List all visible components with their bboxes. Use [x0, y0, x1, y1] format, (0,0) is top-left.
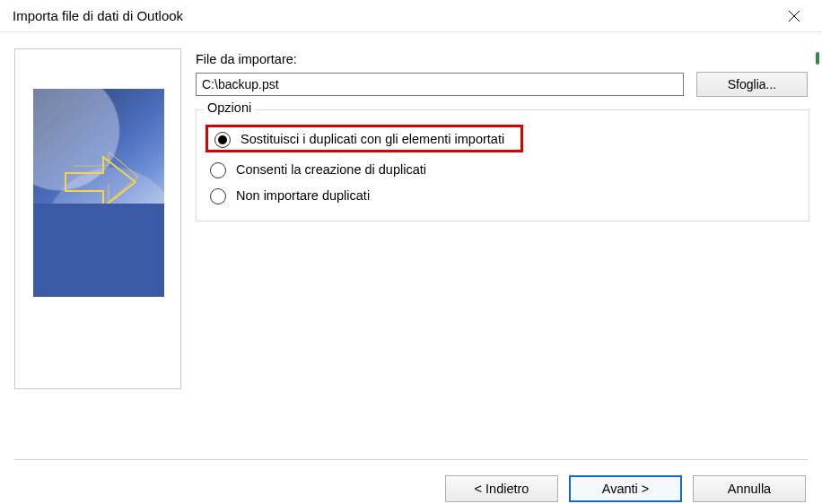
- dialog-content: File da importare: Sfoglia... Opzioni So…: [0, 32, 822, 504]
- back-button[interactable]: < Indietro: [445, 475, 558, 502]
- option-label: Sostituisci i duplicati con gli elementi…: [240, 132, 504, 146]
- wizard-buttons: < Indietro Avanti > Annulla: [445, 475, 806, 502]
- browse-button[interactable]: Sfoglia...: [696, 72, 808, 97]
- option-label: Non importare duplicati: [236, 188, 370, 203]
- wizard-graphic: [33, 89, 164, 297]
- cancel-button[interactable]: Annulla: [693, 475, 806, 502]
- close-icon: [789, 11, 800, 22]
- close-button[interactable]: [774, 0, 815, 32]
- window-title: Importa file di dati di Outlook: [13, 8, 774, 23]
- options-fieldset: Opzioni Sostituisci i duplicati con gli …: [196, 109, 809, 222]
- file-path-input[interactable]: [196, 73, 684, 96]
- option-label: Consenti la creazione di duplicati: [236, 162, 426, 177]
- options-legend: Opzioni: [204, 100, 255, 115]
- option-radio[interactable]: [210, 162, 226, 178]
- file-label: File da importare:: [196, 52, 809, 66]
- wizard-graphic-frame: [14, 48, 181, 389]
- option-row: Non importare duplicati: [204, 182, 801, 208]
- titlebar: Importa file di dati di Outlook: [0, 0, 822, 32]
- option-radio[interactable]: [210, 188, 226, 204]
- import-form: File da importare: Sfoglia... Opzioni So…: [181, 48, 809, 222]
- option-row: Consenti la creazione di duplicati: [204, 156, 801, 182]
- option-row: Sostituisci i duplicati con gli elementi…: [204, 121, 801, 156]
- outlook-import-dialog: Importa file di dati di Outlook File da …: [0, 0, 822, 504]
- arrow-icon: [64, 152, 139, 213]
- next-button[interactable]: Avanti >: [569, 475, 682, 502]
- edge-indicator: [816, 52, 819, 65]
- separator: [14, 459, 808, 460]
- option-radio[interactable]: [214, 132, 231, 148]
